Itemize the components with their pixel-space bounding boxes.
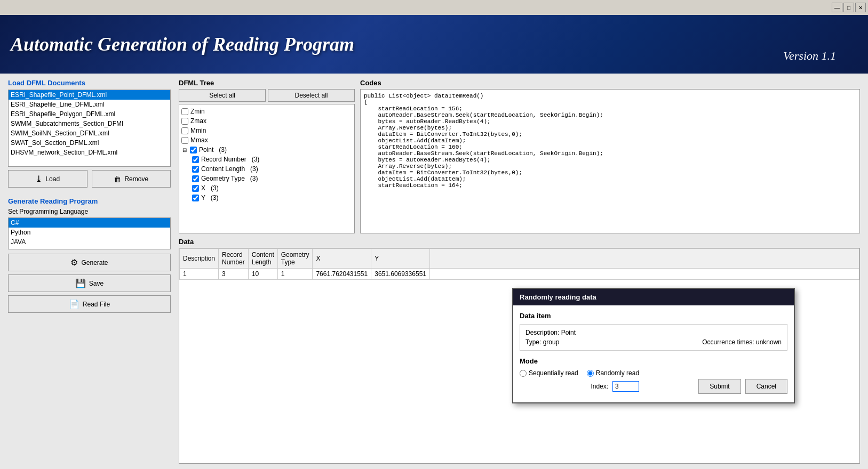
codes-container[interactable]: public List<object> dataItemRead() { sta… bbox=[360, 89, 860, 233]
trash-icon: 🗑 bbox=[114, 175, 121, 183]
dfml-panel: DFML Tree Select all Deselect all Zmin Z… bbox=[179, 79, 355, 233]
generate-section: Generate Reading Program Set Programming… bbox=[8, 197, 171, 313]
tree-checkbox-zmax[interactable] bbox=[181, 118, 188, 125]
dfml-tree-container[interactable]: Zmin Zmax Mmin Mmax ⊟ bbox=[179, 104, 355, 233]
cell-y: 3651.6069336551 bbox=[371, 269, 430, 280]
mode-options-area: Sequentially read Randomly read Index: bbox=[520, 369, 639, 396]
expand-icon-point[interactable]: ⊟ bbox=[181, 147, 188, 153]
tree-item-content-length[interactable]: Content Length (3) bbox=[192, 164, 352, 174]
modal-btn-row: Submit Cancel bbox=[698, 377, 787, 396]
table-header-row: Description Record Number Content Length… bbox=[180, 249, 859, 269]
cell-geometry-type: 1 bbox=[277, 269, 313, 280]
data-item-section-title: Data item bbox=[520, 312, 787, 320]
modal-info-box: Description: Point Type: group Occurrenc… bbox=[520, 324, 787, 351]
sequential-radio[interactable] bbox=[520, 370, 527, 377]
tree-item-point[interactable]: ⊟ Point (3) bbox=[181, 145, 352, 155]
select-all-button[interactable]: Select all bbox=[179, 89, 266, 102]
sequential-label: Sequentially read bbox=[529, 369, 578, 377]
tree-label-geometry-type: Geometry Type (3) bbox=[201, 175, 258, 182]
main-content: Load DFML Documents ESRI_Shapefile_Point… bbox=[0, 74, 868, 469]
deselect-all-button[interactable]: Deselect all bbox=[268, 89, 355, 102]
col-header-record-number: Record Number bbox=[219, 249, 249, 269]
tree-item-mmax[interactable]: Mmax bbox=[181, 135, 352, 145]
lang-list-container[interactable]: C# Python JAVA bbox=[8, 217, 171, 249]
file-item[interactable]: SWAT_Sol_Section_DFML.xml bbox=[9, 138, 170, 148]
modal-occurrence-label: Occurrence times: unknown bbox=[702, 338, 782, 346]
tree-checkbox-x[interactable] bbox=[192, 185, 199, 192]
dfml-controls: Select all Deselect all bbox=[179, 89, 355, 102]
sequential-option[interactable]: Sequentially read bbox=[520, 369, 578, 377]
lang-item-java[interactable]: JAVA bbox=[9, 237, 170, 247]
save-icon: 💾 bbox=[75, 278, 86, 288]
read-file-button[interactable]: 📄 Read File bbox=[8, 295, 171, 313]
lang-item-python[interactable]: Python bbox=[9, 228, 170, 237]
load-section: Load DFML Documents ESRI_Shapefile_Point… bbox=[8, 79, 171, 188]
submit-button[interactable]: Submit bbox=[698, 379, 740, 394]
file-item[interactable]: ESRI_Shapefile_Line_DFML.xml bbox=[9, 100, 170, 109]
col-header-geometry-type: Geometry Type bbox=[277, 249, 313, 269]
tree-checkbox-zmin[interactable] bbox=[181, 108, 188, 115]
save-button[interactable]: 💾 Save bbox=[8, 274, 171, 292]
tree-item-y[interactable]: Y (3) bbox=[192, 193, 352, 203]
tree-item-zmin[interactable]: Zmin bbox=[181, 107, 352, 116]
title-bar: — □ ✕ bbox=[0, 0, 868, 15]
random-option[interactable]: Randomly read bbox=[587, 369, 639, 377]
load-button[interactable]: ⤓ Load bbox=[8, 170, 87, 188]
tree-item-record-number[interactable]: Record Number (3) bbox=[192, 155, 352, 164]
tree-checkbox-geometry-type[interactable] bbox=[192, 175, 199, 182]
mode-section-title: Mode bbox=[520, 357, 787, 365]
load-remove-row: ⤓ Load 🗑 Remove bbox=[8, 170, 171, 188]
left-panel: Load DFML Documents ESRI_Shapefile_Point… bbox=[8, 79, 171, 464]
app-version: Version 1.1 bbox=[783, 49, 836, 63]
header-banner: Automatic Generation of Reading Program … bbox=[0, 15, 868, 74]
tree-label-y: Y (3) bbox=[201, 194, 218, 201]
lang-item-csharp[interactable]: C# bbox=[9, 218, 170, 228]
file-list-container[interactable]: ESRI_Shapefile_Point_DFML.xml ESRI_Shape… bbox=[8, 90, 171, 167]
tree-checkbox-point[interactable] bbox=[190, 147, 197, 153]
tree-item-geometry-type[interactable]: Geometry Type (3) bbox=[192, 174, 352, 183]
tree-label-record-number: Record Number (3) bbox=[201, 156, 259, 163]
tree-checkbox-y[interactable] bbox=[192, 195, 199, 201]
randomly-reading-dialog: Randomly reading data Data item Descript… bbox=[512, 288, 795, 403]
modal-title: Randomly reading data bbox=[520, 293, 596, 301]
minimize-button[interactable]: — bbox=[832, 3, 842, 12]
random-radio[interactable] bbox=[587, 370, 594, 377]
close-button[interactable]: ✕ bbox=[855, 3, 866, 12]
maximize-button[interactable]: □ bbox=[843, 3, 854, 12]
tree-checkbox-mmax[interactable] bbox=[181, 137, 188, 144]
cancel-button[interactable]: Cancel bbox=[745, 379, 787, 394]
tree-label-point: Point (3) bbox=[199, 146, 227, 153]
tree-checkbox-mmin[interactable] bbox=[181, 127, 188, 134]
right-area: DFML Tree Select all Deselect all Zmin Z… bbox=[179, 79, 860, 464]
tree-item-zmax[interactable]: Zmax bbox=[181, 116, 352, 126]
app-title: Automatic Generation of Reading Program bbox=[11, 33, 354, 55]
tree-label-content-length: Content Length (3) bbox=[201, 165, 258, 173]
file-item[interactable]: ESRI_Shapefile_Polygon_DFML.xml bbox=[9, 109, 170, 119]
tree-label-zmin: Zmin bbox=[190, 108, 205, 115]
data-table: Description Record Number Content Length… bbox=[179, 248, 859, 280]
file-item[interactable]: SWMM_Subcatchments_Section_DFMI bbox=[9, 119, 170, 128]
load-section-title: Load DFML Documents bbox=[8, 79, 171, 87]
cell-x: 7661.7620431551 bbox=[313, 269, 371, 280]
index-input[interactable] bbox=[612, 381, 639, 392]
col-header-x: X bbox=[313, 249, 371, 269]
index-row: Index: bbox=[520, 381, 639, 392]
cell-record-number: 3 bbox=[219, 269, 249, 280]
mode-area: Sequentially read Randomly read Index: S… bbox=[520, 369, 787, 396]
file-item[interactable]: SWIM_SoilNN_Section_DFML.xml bbox=[9, 128, 170, 138]
tree-checkbox-content-length[interactable] bbox=[192, 166, 199, 173]
remove-button[interactable]: 🗑 Remove bbox=[92, 170, 171, 188]
col-header-content-length: Content Length bbox=[248, 249, 277, 269]
generate-section-title: Generate Reading Program bbox=[8, 197, 171, 205]
file-item[interactable]: ESRI_Shapefile_Point_DFML.xml bbox=[9, 90, 170, 100]
file-item[interactable]: DHSVM_network_Section_DFML.xml bbox=[9, 148, 170, 157]
data-title: Data bbox=[179, 238, 860, 246]
table-row: 1 3 10 1 7661.7620431551 3651.6069336551 bbox=[180, 269, 859, 280]
dfml-tree-title: DFML Tree bbox=[179, 79, 355, 87]
tree-item-x[interactable]: X (3) bbox=[192, 183, 352, 193]
generate-button[interactable]: ⚙ Generate bbox=[8, 254, 171, 271]
col-header-y: Y bbox=[371, 249, 430, 269]
tree-item-mmin[interactable]: Mmin bbox=[181, 126, 352, 135]
cell-description: 1 bbox=[180, 269, 219, 280]
tree-checkbox-record-number[interactable] bbox=[192, 156, 199, 163]
